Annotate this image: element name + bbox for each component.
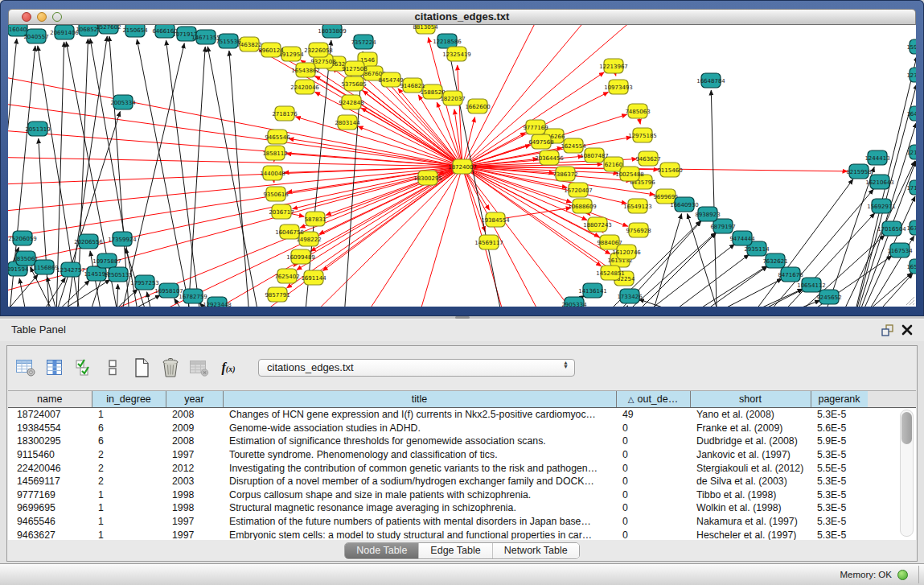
graph-edge-black[interactable]: [827, 273, 912, 307]
graph-node[interactable]: 9350616: [263, 187, 289, 201]
close-panel-icon[interactable]: [900, 324, 914, 337]
graph-node[interactable]: 7632621: [762, 253, 787, 268]
graph-node[interactable]: 8813054: [413, 25, 438, 34]
table-cell[interactable]: 0: [616, 461, 690, 475]
table-cell[interactable]: 19384554: [8, 422, 92, 435]
graph-node[interactable]: 1599858: [906, 39, 916, 54]
graph-edge-black[interactable]: [847, 274, 913, 307]
table-row[interactable]: 1872400712008Changes of HCN gene express…: [8, 408, 868, 422]
resize-grip-icon[interactable]: [904, 295, 915, 306]
graph-node[interactable]: 16210643: [865, 175, 894, 189]
table-cell[interactable]: 0: [616, 515, 690, 529]
graph-node[interactable]: 12975185: [628, 128, 657, 142]
select-rows-icon[interactable]: [72, 355, 96, 381]
graph-node[interactable]: 12213967: [599, 59, 628, 73]
table-cell[interactable]: 0: [616, 435, 690, 448]
zoom-button[interactable]: [52, 12, 62, 22]
table-cell[interactable]: Nakamura et al. (1997): [690, 515, 811, 529]
table-cell[interactable]: 5.3E-5: [811, 475, 868, 488]
trash-icon[interactable]: [158, 355, 183, 381]
table-cell[interactable]: 5.3E-5: [811, 528, 868, 540]
graph-node[interactable]: 1662600: [465, 99, 490, 113]
graph-node[interactable]: 9245652: [816, 290, 841, 304]
table-row[interactable]: 2242004622012Investigating the contribut…: [8, 461, 868, 475]
graph-node[interactable]: 2150654: [122, 25, 148, 37]
table-cell[interactable]: 2: [92, 475, 166, 488]
graph-node[interactable]: 1645123: [906, 106, 916, 121]
graph-edge-black[interactable]: [116, 284, 118, 307]
table-cell[interactable]: Estimation of significance thresholds fo…: [223, 435, 616, 448]
graph-node[interactable]: 1277435: [906, 68, 916, 82]
table-cell[interactable]: 2003: [166, 475, 223, 488]
graph-node[interactable]: 12325419: [442, 47, 471, 61]
table-row[interactable]: 977716911998Corpus callosum shape and si…: [8, 488, 868, 502]
scrollbar-thumb[interactable]: [901, 412, 912, 444]
table-cell[interactable]: Tourette syndrome. Phenomenology and cla…: [223, 448, 616, 462]
graph-node[interactable]: 1210654: [906, 145, 916, 159]
table-cell[interactable]: Wolkin et al. (1998): [690, 501, 811, 515]
graph-node[interactable]: 1652209: [906, 259, 916, 274]
graph-node[interactable]: 16549123: [623, 199, 652, 213]
memory-ok-indicator-icon[interactable]: [897, 570, 908, 580]
table-cell[interactable]: 5.3E-5: [811, 488, 868, 502]
table-cell[interactable]: 1: [92, 528, 166, 540]
graph-node[interactable]: 9777169: [523, 120, 548, 134]
table-cell[interactable]: 1: [92, 515, 166, 529]
table-cell[interactable]: 18300295: [8, 435, 92, 448]
table-cell[interactable]: Estimation of the future numbers of pati…: [223, 515, 616, 529]
graph-edge-red[interactable]: [361, 108, 462, 167]
table-row[interactable]: 1456911722003Disruption of a novel membe…: [8, 475, 868, 488]
table-cell[interactable]: 0: [616, 475, 690, 488]
table-cell[interactable]: 1998: [166, 501, 223, 515]
table-cell[interactable]: 2012: [166, 461, 223, 475]
graph-node[interactable]: 587831: [305, 212, 326, 226]
minimize-button[interactable]: [37, 12, 47, 22]
table-cell[interactable]: 0: [616, 488, 690, 502]
network-canvas[interactable]: 1546160406216025225439159458783174626610…: [8, 25, 916, 307]
table-cell[interactable]: 22420046: [8, 461, 92, 475]
graph-node[interactable]: 12342757: [56, 262, 85, 277]
table-cell[interactable]: 2009: [166, 422, 223, 435]
graph-node[interactable]: 9115460: [657, 163, 682, 177]
table-cell[interactable]: 5.3E-5: [811, 501, 868, 515]
table-cell[interactable]: 2008: [166, 408, 223, 422]
table-cell[interactable]: Changes of HCN gene expression and I(f) …: [223, 408, 616, 422]
float-panel-icon[interactable]: [881, 324, 895, 337]
graph-edge-red[interactable]: [8, 167, 462, 298]
graph-edge-black[interactable]: [648, 214, 682, 307]
column-header-out_de[interactable]: △out_de…: [616, 391, 690, 408]
graph-node[interactable]: 2040557: [23, 29, 48, 43]
function-builder-icon[interactable]: f(x): [216, 355, 240, 381]
graph-edge-black[interactable]: [49, 279, 110, 307]
tab-edge-table[interactable]: Edge Table: [418, 543, 491, 558]
graph-node[interactable]: 7357224: [351, 35, 376, 49]
graph-node[interactable]: 12218586: [433, 34, 462, 48]
table-cell[interactable]: Jankovic et al. (1997): [690, 448, 811, 462]
table-cell[interactable]: 0: [616, 501, 690, 515]
graph-node[interactable]: 9857791: [265, 287, 290, 302]
table-row[interactable]: 969969511998Structural magnetic resonanc…: [8, 501, 868, 515]
graph-node[interactable]: 18033809: [318, 25, 347, 38]
window-titlebar[interactable]: citations_edges.txt: [8, 9, 916, 25]
table-cell[interactable]: 1997: [166, 515, 223, 529]
graph-node[interactable]: 7386372: [552, 167, 577, 181]
graph-node[interactable]: 9146821: [400, 78, 425, 93]
table-cell[interactable]: 0: [616, 528, 690, 540]
graph-node[interactable]: 18807243: [583, 217, 612, 232]
graph-edge-black[interactable]: [137, 39, 191, 307]
graph-node[interactable]: 8960124: [258, 43, 284, 57]
graph-node[interactable]: 8938923: [695, 207, 720, 221]
graph-node[interactable]: 19384554: [481, 212, 510, 227]
graph-node[interactable]: 1733426: [617, 289, 643, 303]
graph-node[interactable]: 2718176: [272, 106, 298, 121]
graph-edge-black[interactable]: [847, 84, 916, 307]
graph-edge-black[interactable]: [116, 295, 160, 307]
table-cell[interactable]: 1: [92, 488, 166, 502]
table-cell[interactable]: Hescheler et al. (1997): [690, 528, 811, 540]
graph-node[interactable]: 1167534: [887, 243, 913, 257]
table-cell[interactable]: 9777169: [8, 488, 92, 502]
graph-node[interactable]: 1822037: [440, 91, 465, 105]
graph-node[interactable]: 2036717: [269, 204, 294, 219]
graph-node[interactable]: 20364456: [535, 150, 564, 165]
table-row[interactable]: 1830029562008Estimation of significance …: [8, 435, 868, 448]
